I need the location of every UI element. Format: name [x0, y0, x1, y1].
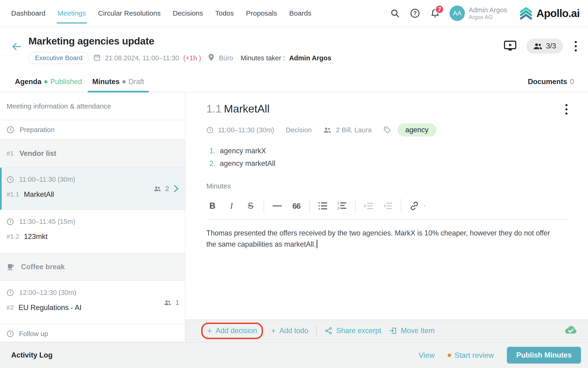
sidebar-item-coffee-break[interactable]: Coffee break [0, 253, 185, 281]
sidebar-item-eu-regulations[interactable]: 12:00–12:30 (30m) #2 EU Regulations - AI… [0, 281, 185, 324]
item-title-line: #2 EU Regulations - AI [7, 304, 179, 312]
topic-name: MarketAll [224, 102, 269, 115]
meeting-meta-row: Executive Board 21.08.2024, 11:00–11:30 … [28, 52, 504, 64]
tab-agenda[interactable]: Agenda Published [15, 71, 82, 92]
nav-boards[interactable]: Boards [289, 0, 311, 27]
list-item: agency marketAll [218, 159, 569, 168]
documents-label: Documents [528, 78, 567, 86]
chevron-right-icon[interactable] [173, 185, 179, 192]
strikethrough-icon[interactable]: S [245, 201, 257, 211]
user-menu[interactable]: AA Admin Argos Argos AG [449, 6, 507, 21]
item-time-line: 12:00–12:30 (30m) [7, 289, 179, 296]
board-badge[interactable]: Executive Board [28, 52, 89, 64]
sidebar-item-vendor-list[interactable]: #1 Vendor list [0, 140, 185, 168]
topic-kebab-menu-icon[interactable] [563, 102, 569, 116]
minutes-paragraph[interactable]: Thomas presented the offers received by … [206, 227, 556, 250]
sidebar-item-123mkt[interactable]: 11:30–11:45 (15m) #1.2 123mkt [0, 210, 185, 253]
back-arrow-icon[interactable] [11, 42, 22, 52]
topic-type: Decision [286, 126, 312, 134]
activity-log-button[interactable]: Activity Log [11, 351, 52, 359]
topic-number: 1.1 [206, 102, 221, 115]
indent-icon[interactable] [362, 202, 375, 210]
nav-circular-resolutions[interactable]: Circular Resolutions [98, 0, 161, 27]
outdent-icon[interactable] [382, 202, 394, 210]
minutes-text: Thomas presented the offers received by … [206, 229, 550, 248]
agenda-status-dot [44, 80, 47, 83]
item-title: Vendor list [19, 149, 56, 158]
start-review-button[interactable]: Start review [448, 351, 494, 360]
tabs-row: Agenda Published Minutes Draft Documents… [0, 71, 588, 92]
svg-text:1: 1 [337, 201, 340, 205]
nav-decisions[interactable]: Decisions [173, 0, 203, 27]
item-number: #1.1 [7, 191, 19, 198]
tab-documents[interactable]: Documents 0 [528, 78, 574, 86]
attendee-count: 2 [165, 185, 169, 193]
user-name: Admin Argos [469, 6, 507, 14]
link-icon[interactable] [408, 201, 420, 211]
item-title-line: #1.2 123mkt [7, 232, 179, 241]
header-kebab-menu-icon[interactable] [573, 39, 579, 53]
minutes-status: Draft [128, 78, 144, 86]
attendance-pill[interactable]: 3/3 [526, 39, 563, 54]
blockquote-icon[interactable]: 66 [290, 202, 302, 211]
nav-dashboard[interactable]: Dashboard [11, 0, 46, 27]
sidebar-item-preparation[interactable]: Preparation [0, 120, 185, 140]
item-time: 11:30–11:45 (15m) [19, 218, 75, 225]
move-item-button[interactable]: Move Item [389, 327, 435, 335]
sidebar-item-meeting-info[interactable]: Meeting information & attendance [0, 92, 185, 120]
clock-icon [7, 289, 14, 296]
presentation-icon[interactable] [504, 40, 517, 52]
clock-icon [7, 126, 14, 134]
ordered-list-icon[interactable]: 12 [336, 201, 348, 211]
toolbar-divider-dot [424, 205, 425, 207]
topic-list: agency markX agency marketAll [218, 147, 569, 168]
toolbar-divider [401, 199, 401, 213]
documents-count: 0 [570, 78, 574, 86]
header-actions: 3/3 [504, 39, 579, 54]
share-excerpt-button[interactable]: Share excerpt [324, 327, 381, 335]
add-todo-label: Add todo [279, 327, 308, 335]
add-decision-button[interactable]: + Add decision [207, 326, 257, 335]
people-icon [323, 127, 331, 133]
tab-minutes[interactable]: Minutes Draft [92, 71, 144, 92]
bullet-list-icon[interactable] [317, 201, 329, 211]
calendar-icon [93, 54, 101, 62]
sidebar-item-marketall[interactable]: 11:00–11:30 (30m) #1.1 MarketAll 2 [0, 168, 185, 210]
bell-icon[interactable]: 7 [429, 8, 441, 19]
item-number: #1 [7, 150, 14, 157]
people-icon [533, 42, 542, 50]
saved-cloud-check-icon [564, 325, 578, 337]
clock-icon [7, 176, 14, 183]
minutes-editor[interactable]: Thomas presented the offers received by … [206, 219, 569, 296]
tabs: Agenda Published Minutes Draft [15, 71, 144, 92]
footer-actions: View Start review Publish Minutes [419, 347, 581, 364]
item-right: 1 [164, 299, 179, 306]
move-item-label: Move Item [401, 327, 435, 335]
search-icon[interactable] [389, 8, 400, 19]
clock-icon [7, 218, 14, 225]
editor-toolbar: B I S 66 12 [206, 198, 569, 213]
topic-title: 1.1MarketAll [206, 102, 269, 115]
nav-proposals[interactable]: Proposals [246, 0, 277, 27]
italic-icon[interactable]: I [226, 201, 237, 211]
add-todo-button[interactable]: + Add todo [271, 326, 308, 335]
tab-minutes-label: Minutes [92, 78, 120, 86]
avatar[interactable]: AA [449, 6, 465, 21]
brand-logo: Apollo.ai [518, 6, 580, 20]
help-icon[interactable]: ? [409, 8, 421, 19]
nav-todos[interactable]: Todos [215, 0, 234, 27]
toolbar-divider [355, 199, 356, 213]
meeting-datetime: 21.08.2024, 11:00–11:30 [105, 54, 179, 62]
topnav-right: ? 7 AA Admin Argos Argos AG Apollo.ai [389, 6, 580, 21]
view-button[interactable]: View [419, 351, 435, 360]
page-footer: Activity Log View Start review Publish M… [0, 342, 588, 368]
nav-meetings[interactable]: Meetings [57, 0, 86, 27]
plus-icon: + [207, 326, 212, 335]
tag-agency[interactable]: agency [397, 123, 436, 137]
publish-minutes-button[interactable]: Publish Minutes [507, 347, 581, 364]
horizontal-rule-icon[interactable] [271, 204, 283, 207]
bold-icon[interactable]: B [206, 201, 218, 211]
item-time: 12:00–12:30 (30m) [19, 289, 76, 296]
sidebar-item-follow-up[interactable]: Follow up [0, 324, 185, 341]
attendance-count: 3/3 [546, 42, 556, 50]
